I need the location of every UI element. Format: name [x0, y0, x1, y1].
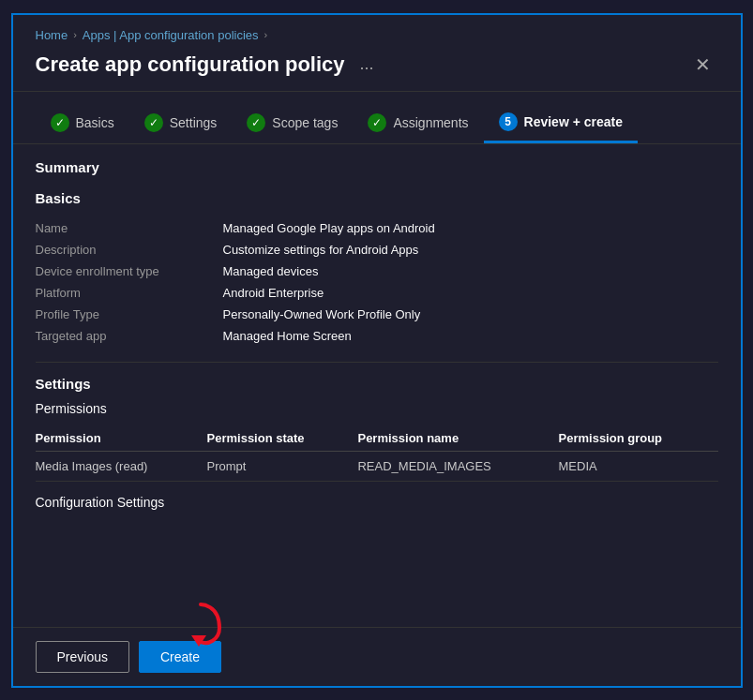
step-settings-label: Settings — [170, 115, 218, 130]
basics-row-5: Targeted app Managed Home Screen — [36, 325, 718, 347]
ellipsis-button[interactable]: ... — [354, 52, 380, 76]
basics-table: Name Managed Google Play apps on Android… — [36, 217, 718, 347]
perm-state-0: Prompt — [207, 451, 358, 481]
step-assignments-label: Assignments — [393, 115, 468, 130]
footer: Previous Create — [13, 627, 741, 686]
step-scope-tags[interactable]: ✓ Scope tags — [232, 106, 353, 141]
permissions-header-row: Permission Permission state Permission n… — [36, 425, 718, 452]
perm-permission-0: Media Images (read) — [36, 451, 207, 481]
breadcrumb: Home › Apps | App configuration policies… — [13, 15, 741, 48]
step-settings[interactable]: ✓ Settings — [129, 106, 233, 141]
col-permission-group: Permission group — [559, 425, 718, 452]
step-review-create[interactable]: 5 Review + create — [484, 105, 638, 143]
step-review-create-label: Review + create — [524, 114, 623, 129]
basics-key-3: Platform — [36, 286, 223, 300]
breadcrumb-home[interactable]: Home — [36, 28, 68, 42]
perm-group-0: MEDIA — [559, 451, 718, 481]
basics-val-1: Customize settings for Android Apps — [223, 243, 419, 257]
basics-row-2: Device enrollment type Managed devices — [36, 261, 718, 282]
breadcrumb-apps[interactable]: Apps | App configuration policies — [83, 28, 259, 42]
main-window: Home › Apps | App configuration policies… — [11, 13, 743, 688]
section-divider-1 — [36, 362, 718, 363]
basics-key-1: Description — [36, 243, 223, 257]
page-title: Create app configuration policy — [36, 52, 345, 77]
step-assignments-check: ✓ — [368, 113, 386, 132]
step-basics[interactable]: ✓ Basics — [36, 106, 129, 141]
summary-label: Summary — [36, 159, 718, 175]
basics-val-5: Managed Home Screen — [223, 329, 352, 343]
basics-val-0: Managed Google Play apps on Android — [223, 221, 435, 235]
permissions-row-0: Media Images (read) Prompt READ_MEDIA_IM… — [36, 451, 718, 481]
permissions-subsection-label: Permissions — [36, 401, 718, 416]
col-permission-state: Permission state — [207, 425, 358, 452]
step-review-create-num: 5 — [499, 112, 518, 131]
content-area: Summary Basics Name Managed Google Play … — [13, 144, 741, 627]
title-bar-left: Create app configuration policy ... — [36, 52, 380, 77]
permissions-table: Permission Permission state Permission n… — [36, 425, 718, 482]
previous-button[interactable]: Previous — [36, 641, 129, 673]
basics-val-3: Android Enterprise — [223, 286, 324, 300]
step-scope-tags-label: Scope tags — [272, 115, 338, 130]
wizard-steps: ✓ Basics ✓ Settings ✓ Scope tags ✓ Assig… — [13, 92, 741, 144]
basics-key-5: Targeted app — [36, 329, 223, 343]
title-bar: Create app configuration policy ... ✕ — [13, 48, 741, 92]
create-button[interactable]: Create — [139, 641, 221, 673]
basics-key-0: Name — [36, 221, 223, 235]
basics-val-4: Personally-Owned Work Profile Only — [223, 307, 421, 321]
basics-section-label: Basics — [36, 190, 718, 206]
step-settings-check: ✓ — [144, 113, 163, 132]
close-button[interactable]: ✕ — [687, 52, 718, 78]
basics-row-0: Name Managed Google Play apps on Android — [36, 217, 718, 239]
perm-name-0: READ_MEDIA_IMAGES — [357, 451, 558, 481]
step-basics-check: ✓ — [51, 113, 69, 132]
step-assignments[interactable]: ✓ Assignments — [353, 106, 483, 141]
basics-row-1: Description Customize settings for Andro… — [36, 239, 718, 261]
breadcrumb-sep2: › — [264, 29, 268, 40]
basics-row-4: Profile Type Personally-Owned Work Profi… — [36, 304, 718, 325]
basics-val-2: Managed devices — [223, 264, 319, 278]
settings-section-label: Settings — [36, 376, 718, 392]
basics-key-2: Device enrollment type — [36, 264, 223, 278]
step-basics-label: Basics — [76, 115, 114, 130]
config-settings-label: Configuration Settings — [36, 495, 718, 510]
col-permission-name: Permission name — [357, 425, 558, 452]
basics-row-3: Platform Android Enterprise — [36, 282, 718, 304]
step-scope-tags-check: ✓ — [247, 113, 265, 132]
col-permission: Permission — [36, 425, 207, 452]
breadcrumb-sep1: › — [73, 29, 77, 40]
basics-key-4: Profile Type — [36, 307, 223, 321]
